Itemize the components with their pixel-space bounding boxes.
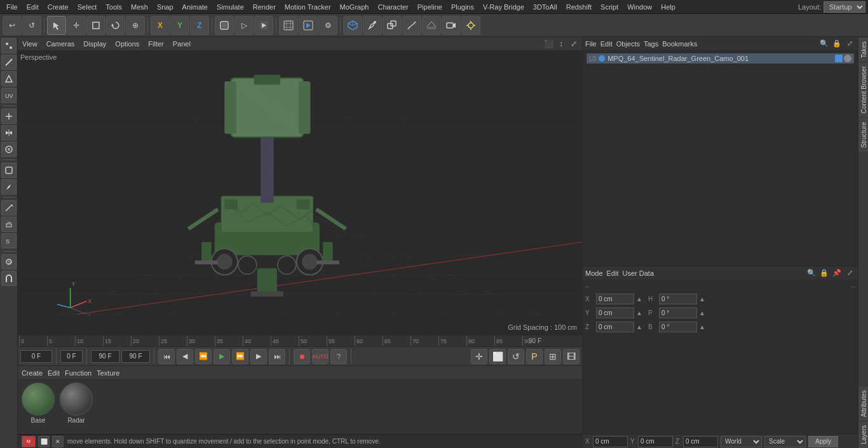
attr-h-val[interactable]: 0 ° [659, 294, 697, 304]
menu-edit[interactable]: Edit [23, 2, 43, 12]
sidebar-points-mode[interactable] [1, 38, 17, 53]
coord-apply-button[interactable]: Apply [808, 436, 838, 447]
menu-help[interactable]: Help [657, 2, 679, 12]
sidebar-knife[interactable] [1, 200, 17, 215]
playback-extra-4[interactable]: P [526, 349, 543, 364]
menu-render[interactable]: Render [249, 2, 280, 12]
move-tool-button[interactable]: ✛ [67, 16, 86, 35]
vp-fullscreen-icon[interactable]: ⤢ [568, 38, 580, 50]
structure-tab[interactable]: Structure [858, 118, 868, 152]
sidebar-symmetry[interactable] [1, 125, 17, 140]
menu-animate[interactable]: Animate [179, 2, 212, 12]
playback-grid-btn[interactable]: ⊞ [545, 349, 561, 364]
playback-film-btn[interactable]: 🎞 [563, 349, 580, 364]
obj-edit-menu[interactable]: Edit [600, 40, 613, 48]
coord-z-input[interactable] [683, 436, 718, 447]
bt-texture[interactable]: Texture [97, 369, 119, 377]
material-base[interactable]: Base [20, 383, 56, 424]
bt-edit[interactable]: Edit [48, 369, 60, 377]
prev-key-button[interactable]: ⏪ [195, 349, 212, 364]
viewport-canvas[interactable]: X z Y Perspective Grid Spacing : 100 cm [18, 51, 582, 335]
x-axis-button[interactable]: X [151, 16, 170, 35]
sidebar-soft-selection[interactable] [1, 142, 17, 157]
render-settings-button[interactable]: ⚙ [318, 16, 337, 35]
sidebar-polygon-mode[interactable] [1, 71, 17, 86]
sidebar-uv-mode[interactable]: UV [1, 88, 17, 103]
coord-scale-dropdown[interactable]: Scale [764, 436, 806, 447]
attr-userdata-menu[interactable]: User Data [623, 269, 654, 277]
camera-button[interactable] [442, 16, 461, 35]
menu-character[interactable]: Character [374, 2, 412, 12]
status-close-icon[interactable]: ✕ [52, 436, 64, 447]
key-help-button[interactable]: ? [330, 349, 347, 364]
obj-search-icon[interactable]: 🔍 [818, 38, 830, 50]
menu-redshift[interactable]: Redshift [562, 2, 595, 12]
select-tool-button[interactable] [47, 16, 66, 35]
coord-x-input[interactable] [593, 436, 628, 447]
vp-menu-display[interactable]: Display [81, 40, 108, 48]
menu-motion-tracker[interactable]: Motion Tracker [281, 2, 335, 12]
attr-x-val1[interactable]: 0 cm [596, 294, 634, 304]
transform-tool-button[interactable]: ⊕ [126, 16, 145, 35]
next-frame-button[interactable]: ▶ [250, 349, 267, 364]
obj-expand-icon[interactable]: ⤢ [844, 38, 855, 50]
prev-frame-button[interactable]: ◀ [177, 349, 193, 364]
menu-file[interactable]: File [3, 2, 22, 12]
vp-lock-icon[interactable]: ↕ [555, 38, 567, 50]
play-button[interactable]: ▶ [214, 349, 230, 364]
status-window-icon[interactable]: ⬜ [38, 436, 50, 447]
floor-button[interactable] [422, 16, 441, 35]
vp-menu-view[interactable]: View [20, 40, 39, 48]
attr-p-arrow[interactable]: ▲ [699, 309, 705, 316]
vp-expand-icon[interactable]: ⬛ [543, 38, 554, 50]
obj-lock-icon[interactable]: 🔒 [831, 38, 843, 50]
menu-select[interactable]: Select [74, 2, 101, 12]
obj-row-radar[interactable]: L0 MPQ_64_Sentinel_Radar_Green_Camo_001 [587, 53, 854, 64]
cube-tool-button[interactable] [343, 16, 362, 35]
attr-lock-icon[interactable]: 🔒 [818, 268, 830, 279]
sidebar-magnet[interactable] [1, 271, 17, 286]
vp-menu-cameras[interactable]: Cameras [44, 40, 77, 48]
redo-button[interactable]: ↺ [22, 16, 41, 35]
obj-tags-menu[interactable]: Tags [644, 40, 658, 48]
attr-h-arrow[interactable]: ▲ [699, 295, 705, 302]
menu-create[interactable]: Create [44, 2, 72, 12]
undo-button[interactable]: ↩ [3, 16, 22, 35]
current-frame-input[interactable] [20, 350, 52, 363]
attr-z-val1[interactable]: 0 cm [596, 322, 634, 332]
render-button[interactable] [254, 16, 273, 35]
playback-extra-1[interactable]: ✛ [471, 349, 487, 364]
light-button[interactable] [461, 16, 480, 35]
fps-input[interactable] [60, 350, 83, 363]
obj-objects-menu[interactable]: Objects [616, 40, 640, 48]
obj-file-menu[interactable]: File [585, 40, 597, 48]
menu-mesh[interactable]: Mesh [127, 2, 152, 12]
viewport[interactable]: View Cameras Display Options Filter Pane… [18, 37, 582, 335]
attr-expand-icon[interactable]: ⤢ [844, 268, 855, 279]
attr-z-arrow[interactable]: ▲ [636, 323, 642, 330]
coord-y-input[interactable] [638, 436, 673, 447]
menu-plugins[interactable]: Plugins [447, 2, 478, 12]
cloner-button[interactable] [383, 16, 402, 35]
sidebar-bevel[interactable]: S [1, 233, 17, 248]
rotate-tool-button[interactable] [106, 16, 125, 35]
attr-y-val1[interactable]: 0 cm [596, 308, 634, 318]
goto-end-button[interactable]: ⏭ [269, 349, 285, 364]
y-axis-button[interactable]: Y [170, 16, 189, 35]
bt-function[interactable]: Function [65, 369, 92, 377]
content-browser-tab[interactable]: Content Browser [858, 62, 868, 117]
vp-menu-options[interactable]: Options [113, 40, 141, 48]
attr-edit-menu[interactable]: Edit [607, 269, 619, 277]
obj-bookmarks-menu[interactable]: Bookmarks [662, 40, 697, 48]
z-axis-button[interactable]: Z [190, 16, 209, 35]
spline-tool-button[interactable] [402, 16, 421, 35]
menu-pipeline[interactable]: Pipeline [414, 2, 446, 12]
sidebar-extrude[interactable] [1, 217, 17, 232]
maxon-logo-icon[interactable]: M [22, 436, 36, 447]
attr-x-arrow[interactable]: ▲ [636, 295, 642, 302]
layout-dropdown[interactable]: Startup [824, 1, 865, 13]
next-key-button[interactable]: ⏩ [232, 349, 248, 364]
scale-tool-button[interactable] [86, 16, 105, 35]
render-region-button[interactable] [279, 16, 298, 35]
coord-world-dropdown[interactable]: World [721, 436, 762, 447]
